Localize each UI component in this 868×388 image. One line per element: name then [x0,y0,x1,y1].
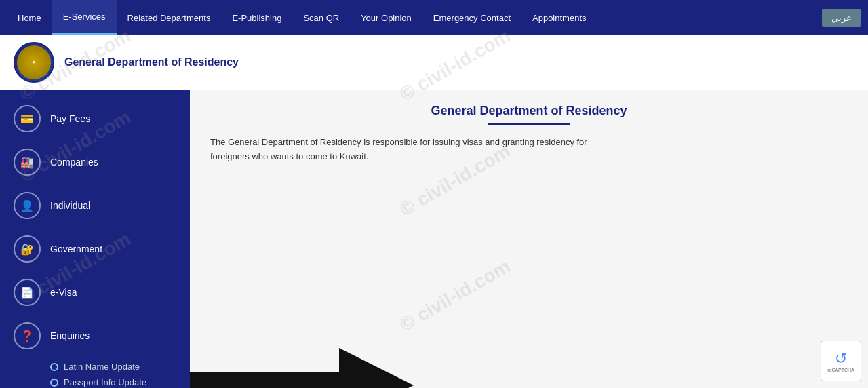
radio-latin [50,363,58,371]
navigation: Home E-Services Related Departments E-Pu… [0,0,868,35]
nav-emergency-contact[interactable]: Emergency Contact [422,0,521,35]
pay-fees-icon: 💳 [14,105,41,132]
content-title-underline [488,123,570,125]
individual-label: Individual [50,200,90,211]
enquiries-label: Enquiries [50,330,90,341]
evisa-icon: 📄 [14,279,41,306]
content-title: General Department of Residency [210,104,848,118]
nav-eservices[interactable]: E-Services [52,0,117,35]
enquiries-icon: ❓ [14,322,41,349]
content-area: General Department of Residency The Gene… [190,90,868,388]
pay-fees-label: Pay Fees [50,113,90,124]
logo: ★ [14,42,54,83]
companies-label: Companies [50,157,98,168]
sidebar-item-enquiries[interactable]: ❓ Enquiries [0,314,190,357]
sidebar-item-individual[interactable]: 👤 Individual [0,184,190,227]
sidebar-item-evisa[interactable]: 📄 e-Visa [0,271,190,314]
main-layout: 💳 Pay Fees 🏭 Companies 👤 Individual 🔐 Go… [0,90,868,388]
sidebar-item-companies[interactable]: 🏭 Companies [0,140,190,184]
passport-info-label: Passport Info Update [64,377,146,387]
latin-name-label: Latin Name Update [64,362,140,372]
government-icon: 🔐 [14,235,41,263]
enquiries-sub-items: Latin Name Update Passport Info Update H… [0,357,190,388]
companies-icon: 🏭 [14,149,41,176]
dept-title: General Department of Residency [64,56,239,69]
nav-items: Home E-Services Related Departments E-Pu… [7,0,822,35]
recaptcha-widget[interactable]: ↺ reCAPTCHA [821,341,861,381]
subitem-latin-name[interactable]: Latin Name Update [50,359,190,374]
sidebar: 💳 Pay Fees 🏭 Companies 👤 Individual 🔐 Go… [0,90,190,388]
sidebar-item-government[interactable]: 🔐 Government [0,227,190,271]
sidebar-item-pay-fees[interactable]: 💳 Pay Fees [0,97,190,140]
nav-your-opinion[interactable]: Your Opinion [350,0,422,35]
evisa-label: e-Visa [50,287,77,298]
radio-passport [50,379,58,387]
recaptcha-icon: ↺ [835,350,847,368]
nav-related-departments[interactable]: Related Departments [117,0,222,35]
nav-home[interactable]: Home [7,0,52,35]
government-label: Government [50,244,102,254]
logo-text: ★ [32,60,36,65]
nav-appointments[interactable]: Appointments [521,0,597,35]
individual-icon: 👤 [14,192,41,219]
logo-inner: ★ [17,45,51,79]
nav-arabic-button[interactable]: عربي [822,9,861,27]
nav-epublishing[interactable]: E-Publishing [221,0,292,35]
nav-scan-qr[interactable]: Scan QR [292,0,350,35]
recaptcha-label: reCAPTCHA [827,368,854,372]
content-description: The General Department of Residency is r… [210,136,590,164]
subitem-passport-info[interactable]: Passport Info Update [50,374,190,388]
header-bar: ★ General Department of Residency [0,35,868,90]
